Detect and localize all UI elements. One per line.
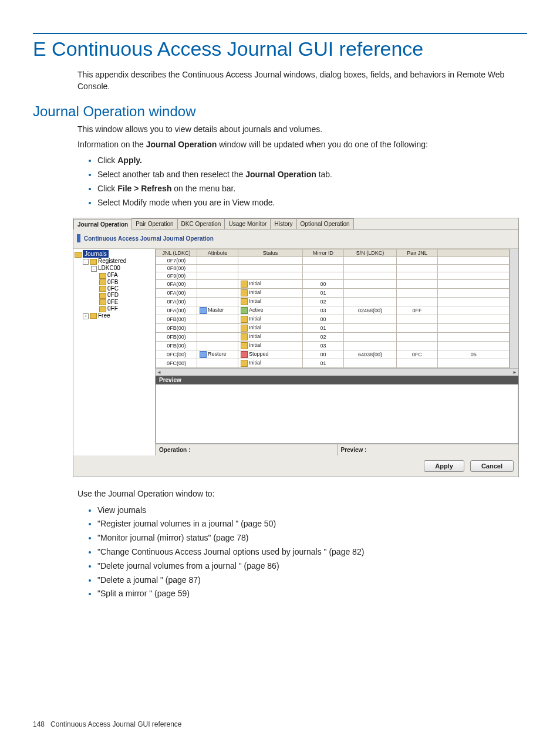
xref-link[interactable]: "Register journal volumes in a journal "… bbox=[97, 519, 276, 528]
cell-text: 03 bbox=[320, 343, 326, 349]
status-icon bbox=[241, 316, 248, 323]
table-cell: 0FC(00) bbox=[156, 359, 197, 368]
table-row[interactable]: 0FA(00)Initial01 bbox=[156, 289, 510, 298]
xref-link[interactable]: "Delete a journal " (page 87) bbox=[97, 575, 201, 585]
status-icon bbox=[241, 342, 248, 349]
table-row[interactable]: 0F8(00) bbox=[156, 265, 510, 272]
cell-text: 0FA(00) bbox=[167, 281, 185, 287]
collapse-icon[interactable]: - bbox=[83, 259, 89, 265]
expand-icon[interactable]: + bbox=[83, 313, 89, 319]
tab-dkc-operation[interactable]: DKC Operation bbox=[177, 218, 225, 229]
xref-link[interactable]: "Split a mirror " (page 59) bbox=[97, 589, 190, 598]
cell-text: 0FB(00) bbox=[167, 316, 186, 322]
table-row[interactable]: 0FB(00)Initial03 bbox=[156, 342, 510, 350]
status-icon bbox=[241, 289, 248, 296]
xref-link[interactable]: "Delete journal volumes from a journal "… bbox=[97, 561, 279, 571]
tab-usage-monitor[interactable]: Usage Monitor bbox=[224, 218, 271, 229]
tree-leaf[interactable]: 0FB bbox=[95, 279, 154, 285]
panel-title-text: Continuous Access Journal Journal Operat… bbox=[84, 235, 214, 242]
table-row[interactable]: 0F9(00) bbox=[156, 272, 510, 280]
bold-text: Journal Operation bbox=[146, 140, 217, 149]
cell-text: 03 bbox=[320, 308, 326, 313]
table-cell: 00 bbox=[303, 350, 344, 359]
col-header[interactable] bbox=[438, 249, 510, 257]
table-cell bbox=[438, 342, 510, 350]
tab-pair-operation[interactable]: Pair Operation bbox=[131, 218, 177, 229]
xref-link[interactable]: "Change Continuous Access Journal option… bbox=[97, 547, 364, 556]
xref-link[interactable]: "Monitor journal (mirror) status" (page … bbox=[97, 533, 248, 542]
collapse-icon[interactable]: - bbox=[91, 266, 97, 272]
col-header[interactable]: Mirror ID bbox=[303, 249, 344, 257]
tab-history[interactable]: History bbox=[270, 218, 296, 229]
bold-text: Apply. bbox=[117, 156, 142, 165]
tree-leaf[interactable]: 0FA bbox=[95, 272, 154, 278]
tree-panel[interactable]: Journals -Registered -LDKC00 0FA0FB0FC0F… bbox=[73, 249, 156, 455]
horizontal-scrollbar[interactable]: ◄► bbox=[156, 368, 518, 376]
table-cell bbox=[238, 257, 303, 265]
cell-text: Initial bbox=[249, 281, 261, 287]
cell-text: Initial bbox=[249, 334, 261, 340]
tree-node[interactable]: +Free bbox=[78, 312, 154, 319]
table-row[interactable]: 0FB(00)Initial02 bbox=[156, 333, 510, 342]
cell-text: 0FC bbox=[412, 352, 422, 357]
table-cell: 64038(00) bbox=[344, 350, 397, 359]
table-cell bbox=[438, 315, 510, 324]
text: on the menu bar. bbox=[171, 184, 235, 193]
table-cell bbox=[344, 315, 397, 324]
list-item: "Change Continuous Access Journal option… bbox=[97, 545, 527, 559]
cell-text: 0FA(00) bbox=[167, 290, 185, 296]
col-header[interactable]: Pair JNL bbox=[397, 249, 438, 257]
table-row[interactable]: 0FB(00)Initial01 bbox=[156, 324, 510, 333]
table-cell bbox=[197, 298, 238, 306]
tab-journal-operation[interactable]: Journal Operation bbox=[73, 219, 132, 229]
tree-label: 0FF bbox=[107, 305, 118, 312]
table-row[interactable]: 0FB(00)Initial00 bbox=[156, 315, 510, 324]
text: window will be updated when you do one o… bbox=[217, 140, 428, 149]
tree-leaf[interactable]: 0FC bbox=[95, 285, 154, 292]
table-row[interactable]: 0FA(00)Initial00 bbox=[156, 280, 510, 289]
cancel-button[interactable]: Cancel bbox=[470, 460, 514, 472]
table-cell bbox=[397, 280, 438, 289]
tree-node[interactable]: -Registered -LDKC00 0FA0FB0FC0FD0FE0FF bbox=[78, 258, 154, 312]
folder-icon bbox=[99, 299, 106, 305]
cell-text: 00 bbox=[320, 281, 326, 287]
cell-text: 0F9(00) bbox=[167, 273, 186, 279]
apply-button[interactable]: Apply bbox=[424, 460, 464, 472]
table-row[interactable]: 0FC(00)Initial01 bbox=[156, 359, 510, 368]
table-cell bbox=[197, 315, 238, 324]
col-header[interactable]: S/N (LDKC) bbox=[344, 249, 397, 257]
cell-text: 0FA(00) bbox=[167, 308, 185, 313]
table-cell: 0FB(00) bbox=[156, 333, 197, 342]
screenshot-figure: Journal Operation Pair Operation DKC Ope… bbox=[73, 218, 519, 477]
list-item: "Monitor journal (mirror) status" (page … bbox=[97, 531, 527, 545]
panel-title: Continuous Access Journal Journal Operat… bbox=[73, 229, 518, 248]
vertical-scrollbar[interactable] bbox=[510, 249, 518, 368]
tree-leaf[interactable]: 0FE bbox=[95, 299, 154, 305]
cell-text: 05 bbox=[471, 352, 477, 357]
tab-optional-operation[interactable]: Optional Operation bbox=[296, 218, 354, 229]
tree-root[interactable]: Journals bbox=[83, 250, 109, 258]
table-cell: Initial bbox=[238, 333, 303, 342]
col-header[interactable]: JNL (LDKC) bbox=[156, 249, 197, 257]
col-header[interactable]: Status bbox=[238, 249, 303, 257]
text: tab. bbox=[316, 170, 332, 179]
table-cell: Initial bbox=[238, 359, 303, 368]
status-icon bbox=[241, 325, 248, 332]
table-cell bbox=[397, 272, 438, 280]
tree-leaf[interactable]: 0FD bbox=[95, 292, 154, 298]
cell-text: Initial bbox=[249, 360, 261, 366]
table-row[interactable]: 0F7(00) bbox=[156, 257, 510, 265]
col-header[interactable]: Attribute bbox=[197, 249, 238, 257]
tree-node[interactable]: -LDKC00 0FA0FB0FC0FD0FE0FF bbox=[86, 265, 154, 312]
list-item: "Split a mirror " (page 59) bbox=[97, 587, 527, 601]
list-item: Select another tab and then reselect the… bbox=[97, 168, 527, 182]
table-row[interactable]: 0FA(00)Initial02 bbox=[156, 298, 510, 306]
folder-icon bbox=[99, 306, 106, 312]
tree-leaf[interactable]: 0FF bbox=[95, 305, 154, 312]
table-cell: 0FA(00) bbox=[156, 306, 197, 315]
table-cell bbox=[197, 333, 238, 342]
list-item: Click File > Refresh on the menu bar. bbox=[97, 182, 527, 196]
journal-table[interactable]: JNL (LDKC) Attribute Status Mirror ID S/… bbox=[156, 249, 510, 368]
table-row[interactable]: 0FA(00)MasterActive0302468(00)0FF bbox=[156, 306, 510, 315]
table-row[interactable]: 0FC(00)RestoreStopped0064038(00)0FC05 bbox=[156, 350, 510, 359]
